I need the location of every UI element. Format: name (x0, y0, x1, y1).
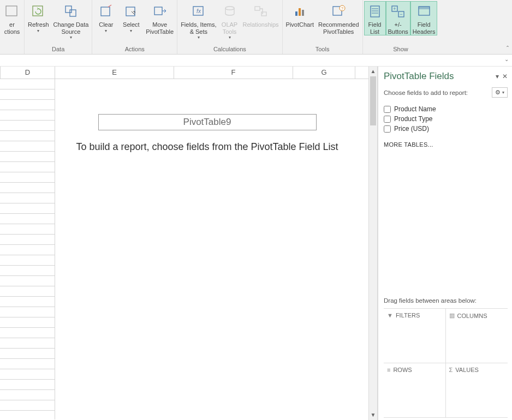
field-headers-label: Field Headers (413, 21, 436, 35)
field-list-button[interactable]: Field List (364, 1, 386, 35)
svg-text:?: ? (341, 6, 344, 11)
relationships-button: Relationships (241, 1, 281, 28)
pivot-name-box: PivotTable9 (98, 114, 317, 130)
field-checkbox[interactable] (384, 106, 391, 113)
pivot-instruction-text: To build a report, choose fields from th… (55, 139, 359, 155)
svg-rect-12 (295, 11, 297, 16)
fields-label: Fields, Items, & Sets (181, 21, 216, 35)
clear-button[interactable]: Clear ▾ (93, 1, 118, 33)
dropdown-icon: ▾ (70, 35, 72, 40)
field-checkbox[interactable] (384, 116, 391, 123)
field-item-product-type[interactable]: Product Type (384, 114, 508, 124)
pivot-placeholder[interactable]: PivotTable9 To build a report, choose fi… (55, 79, 359, 419)
pivotchart-button[interactable]: PivotChart (284, 1, 316, 28)
svg-text:+: + (394, 6, 396, 11)
dropdown-icon: ▾ (130, 28, 132, 33)
columns-label: COLUMNS (457, 313, 487, 319)
rows-area[interactable]: ≡ROWS (384, 363, 446, 418)
svg-rect-0 (6, 6, 17, 16)
field-item-price[interactable]: Price (USD) (384, 124, 508, 134)
pane-layout-button[interactable]: ⚙▾ (492, 87, 508, 98)
col-header-e[interactable]: E (55, 67, 174, 79)
recommended-icon: ? (330, 3, 347, 20)
scroll-up-icon[interactable]: ▲ (369, 67, 377, 76)
olap-tools-button: OLAP Tools ▾ (219, 1, 241, 40)
recommended-label: Recommended PivotTables (318, 21, 359, 35)
columns-icon: ▥ (449, 312, 455, 319)
pane-close-icon[interactable]: ✕ (502, 73, 508, 80)
col-header-g[interactable]: G (293, 67, 355, 79)
gear-icon: ⚙ (495, 89, 501, 96)
ribbon-group-show: Field List +− +/- Buttons Field Headers … (363, 0, 439, 54)
field-label: Product Type (394, 115, 433, 123)
relationships-icon (252, 3, 270, 20)
partial-label-1: er (9, 21, 15, 28)
partial-icon (3, 3, 21, 20)
recommended-pivottables-button[interactable]: ? Recommended PivotTables (316, 1, 361, 35)
col-header-f[interactable]: F (174, 67, 293, 79)
field-label: Price (USD) (394, 125, 429, 133)
dropdown-icon: ▾ (198, 35, 200, 40)
scroll-thumb[interactable] (370, 76, 376, 125)
filters-label: FILTERS (396, 312, 420, 319)
move-pivottable-button[interactable]: Move PivotTable (144, 1, 176, 35)
columns-area[interactable]: ▥COLUMNS (446, 309, 508, 363)
change-data-label: Change Data Source (53, 21, 89, 35)
filter-icon: ▼ (387, 312, 393, 319)
field-list-label: Field List (368, 21, 382, 35)
field-item-product-name[interactable]: Product Name (384, 104, 508, 114)
spreadsheet-area[interactable]: D E F G PivotTable9 To build a report, c… (0, 67, 368, 420)
partial-button[interactable]: er ctions (1, 1, 23, 35)
clear-label: Clear (99, 21, 113, 28)
select-icon (122, 3, 140, 20)
pane-sub-text: Choose fields to add to report: (384, 89, 468, 96)
rows-label: ROWS (393, 367, 412, 373)
drop-areas: ▼FILTERS ▥COLUMNS ≡ROWS ΣVALUES (384, 308, 508, 418)
col-header-d[interactable]: D (1, 67, 55, 79)
pane-options-icon[interactable]: ▾ (496, 73, 499, 80)
svg-rect-13 (299, 8, 301, 16)
actions-group-label: Actions (93, 45, 176, 54)
plus-minus-buttons-button[interactable]: +− +/- Buttons (386, 1, 410, 35)
scroll-track[interactable] (369, 125, 377, 410)
pivottable-fields-pane: PivotTable Fields ▾ ✕ Choose fields to a… (378, 67, 512, 420)
svg-rect-18 (371, 6, 379, 17)
fields-icon: fx (190, 3, 207, 20)
values-area[interactable]: ΣVALUES (446, 363, 508, 418)
partial-label-2: ctions (4, 28, 20, 35)
ribbon-collapse-icon[interactable]: ˆ (507, 45, 509, 53)
svg-rect-27 (419, 7, 430, 9)
filters-area[interactable]: ▼FILTERS (384, 309, 446, 363)
pane-header: PivotTable Fields ▾ ✕ (384, 71, 508, 82)
scroll-down-icon[interactable]: ▼ (369, 410, 377, 420)
select-label: Select (123, 21, 140, 28)
svg-rect-10 (255, 7, 260, 10)
move-icon (151, 3, 169, 20)
field-list: Product Name Product Type Price (USD) (384, 104, 508, 134)
plus-minus-icon: +− (389, 3, 407, 20)
olap-label: OLAP Tools (222, 21, 237, 35)
refresh-icon (29, 3, 47, 20)
pane-sub: Choose fields to add to report: ⚙▾ (384, 87, 508, 98)
field-list-icon (366, 3, 384, 20)
vertical-scrollbar[interactable]: ▲ ▼ (368, 67, 378, 420)
tools-group-label: Tools (284, 45, 361, 54)
select-button[interactable]: Select ▾ (118, 1, 144, 33)
ribbon-group-actions: Clear ▾ Select ▾ Move PivotTable Actions (92, 0, 177, 54)
refresh-label: Refresh (28, 21, 49, 28)
ribbon-group-partial: er ctions (0, 0, 25, 54)
pivotchart-icon (291, 3, 308, 20)
olap-icon (221, 3, 239, 20)
refresh-button[interactable]: Refresh ▾ (26, 1, 51, 33)
field-headers-button[interactable]: Field Headers (410, 1, 438, 35)
group-label-empty (1, 45, 23, 54)
fields-items-sets-button[interactable]: fx Fields, Items, & Sets ▾ (178, 1, 218, 40)
field-checkbox[interactable] (384, 125, 391, 133)
dropdown-icon: ▾ (229, 35, 231, 40)
more-tables-link[interactable]: MORE TABLES... (384, 141, 508, 148)
dropdown-icon: ▾ (37, 28, 39, 33)
svg-rect-2 (66, 6, 72, 13)
change-data-source-button[interactable]: Change Data Source ▾ (51, 1, 91, 40)
expand-formula-bar-icon[interactable]: ⌄ (504, 56, 509, 62)
dropdown-icon: ▾ (105, 28, 107, 33)
